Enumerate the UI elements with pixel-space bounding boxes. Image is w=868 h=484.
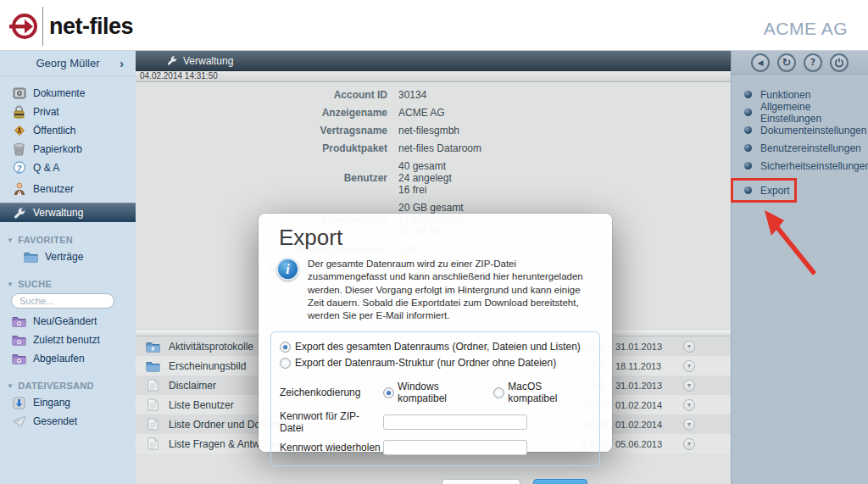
menu-item-sicherheitseinstellungen[interactable]: Sicherheitseinstellungen [732, 157, 868, 175]
question-bubble-icon: ? [12, 161, 26, 175]
sidebar-item-neu-geaendert[interactable]: Neu/Geändert [0, 312, 136, 331]
back-icon: ◀ [758, 58, 764, 67]
logo-divider [42, 7, 43, 46]
export-button[interactable]: Export [533, 479, 587, 484]
sidebar-item-label: Papierkorb [33, 143, 82, 155]
menu-item-export[interactable]: Export [731, 178, 797, 203]
sidebar-item-gesendet[interactable]: Gesendet [0, 412, 136, 431]
sidebar-item-verwaltung[interactable]: Verwaltung [0, 203, 136, 222]
radio-button-icon[interactable] [280, 342, 291, 353]
sidebar-item-label: Zuletzt benutzt [33, 334, 100, 346]
app-window: net-files ACME AG Georg Müller › Dokumen… [0, 0, 868, 484]
settings-menu: Funktionen Allgemeine Einstellungen Doku… [732, 86, 868, 175]
radio-button-icon[interactable] [493, 387, 504, 398]
dialog-info-text: Der gesamte Datenraum wird zu einer ZIP-… [308, 258, 595, 322]
trash-icon [12, 142, 26, 157]
bullet-icon [744, 144, 752, 152]
sidebar-item-label: Privat [33, 106, 59, 118]
triangle-down-icon: ▼ [7, 382, 14, 390]
search-input[interactable] [11, 293, 114, 309]
radio-encoding-macos[interactable]: MacOS kompatibel [493, 381, 593, 404]
bullet-icon [744, 186, 752, 194]
net-files-logo: net-files [8, 7, 133, 46]
sidebar-item-label: Dokumente [33, 87, 85, 99]
encoding-row: Zeichenkodierung Windows kompatibel MacO… [280, 381, 593, 404]
smart-folder-icon [12, 314, 26, 329]
sidebar-item-label: Verträge [45, 251, 83, 263]
row-menu-button[interactable]: ▾ [683, 399, 695, 411]
user-menu[interactable]: Georg Müller › [0, 51, 136, 76]
content-title: Verwaltung [183, 55, 233, 67]
dialog-info: i Der gesamte Datenraum wird zu einer ZI… [276, 258, 595, 322]
export-dialog: Export i Der gesamte Datenraum wird zu e… [259, 214, 612, 452]
account-name: ACME AG [764, 19, 848, 39]
menu-item-allgemeine-einstellungen[interactable]: Allgemeine Einstellungen [732, 103, 868, 121]
logo-text: net-files [49, 14, 133, 40]
export-options-group: Export des gesamten Datenraums (Ordner, … [270, 331, 600, 466]
repeat-password-input[interactable] [383, 440, 527, 455]
sidebar-item-zuletzt-benutzt[interactable]: Zuletzt benutzt [0, 331, 136, 349]
info-row: Vertragsname net-filesgmbh [136, 125, 731, 136]
dialog-title: Export [279, 225, 612, 251]
radio-button-icon[interactable] [280, 358, 291, 369]
sidebar-item-label: Öffentlich [33, 125, 75, 136]
help-icon: ? [810, 57, 815, 68]
triangle-down-icon: ▼ [7, 236, 14, 244]
power-icon [834, 58, 844, 68]
public-sign-icon [12, 124, 26, 138]
folder-icon [145, 359, 160, 373]
cancel-button[interactable]: Abbrechen [442, 479, 520, 484]
radio-export-structure[interactable]: Export der Datenraum-Struktur (nur Ordne… [280, 357, 593, 369]
person-icon [12, 182, 26, 197]
help-button[interactable]: ? [804, 53, 822, 72]
sidebar-item-qa[interactable]: ? Q & A [0, 159, 136, 177]
sidebar-item-privat[interactable]: Privat [0, 103, 136, 121]
bullet-icon [744, 108, 752, 116]
radio-button-icon[interactable] [383, 387, 394, 398]
info-icon: i [276, 258, 299, 281]
power-button[interactable] [830, 53, 849, 72]
timestamp-bar: 04.02.2014 14:31:50 [136, 71, 731, 82]
triangle-down-icon: ▼ [7, 281, 14, 288]
sidebar-item-abgelaufen[interactable]: Abgelaufen [0, 349, 136, 368]
right-sidebar: ◀ ↻ ? Funktionen Allgemeine Einstellunge… [731, 51, 868, 484]
row-menu-button[interactable]: ▾ [683, 419, 695, 431]
wrench-icon [166, 55, 177, 66]
sidebar-item-eingang[interactable]: Eingang [0, 393, 136, 412]
sidebar-item-label: Benutzer [33, 183, 74, 195]
zip-password-row: Kennwort für ZIP-Datei [280, 410, 593, 434]
folder-icon [24, 250, 38, 264]
back-button[interactable]: ◀ [751, 53, 770, 72]
section-suche[interactable]: ▼ SUCHE [7, 279, 136, 289]
row-menu-button[interactable]: ▾ [683, 360, 695, 372]
menu-item-dokumenteinstellungen[interactable]: Dokumenteinstellungen [732, 121, 868, 139]
sidebar-item-benutzer[interactable]: Benutzer [0, 180, 136, 198]
section-favoriten[interactable]: ▼ FAVORITEN [7, 235, 136, 245]
sidebar-item-dokumente[interactable]: Dokumente [0, 84, 136, 103]
sidebar-item-label: Gesendet [33, 415, 77, 427]
bullet-icon [744, 162, 752, 170]
radio-encoding-windows[interactable]: Windows kompatibel [383, 381, 489, 404]
paper-plane-icon [12, 414, 26, 429]
sidebar-item-vertraege[interactable]: Verträge [0, 248, 136, 266]
section-dateiversand[interactable]: ▼ DATEIVERSAND [7, 381, 136, 391]
radio-export-full[interactable]: Export des gesamten Datenraums (Ordner, … [280, 341, 593, 353]
row-menu-button[interactable]: ▾ [683, 380, 695, 392]
sidebar-item-papierkorb[interactable]: Papierkorb [0, 140, 136, 159]
menu-item-benutzereinstellungen[interactable]: Benutzereinstellungen [732, 139, 868, 157]
safe-icon [12, 86, 26, 101]
zip-password-input[interactable] [383, 414, 527, 430]
bullet-icon [744, 126, 752, 134]
sidebar-item-oeffentlich[interactable]: Öffentlich [0, 121, 136, 140]
content-toolbar: Verwaltung [136, 51, 731, 71]
sidebar-item-label: Verwaltung [33, 207, 83, 219]
refresh-button[interactable]: ↻ [777, 53, 796, 72]
repeat-password-row: Kennwort wiederholen [280, 440, 593, 455]
annotation-arrow [750, 202, 831, 282]
left-sidebar: Georg Müller › Dokumente Privat Öffen [0, 51, 136, 484]
row-menu-button[interactable]: ▾ [683, 438, 695, 450]
row-menu-button[interactable]: ▾ [683, 341, 695, 353]
logo-arrow-circle-icon [8, 11, 39, 42]
sidebar-item-label: Abgelaufen [33, 353, 85, 364]
chevron-right-icon: › [120, 57, 124, 70]
